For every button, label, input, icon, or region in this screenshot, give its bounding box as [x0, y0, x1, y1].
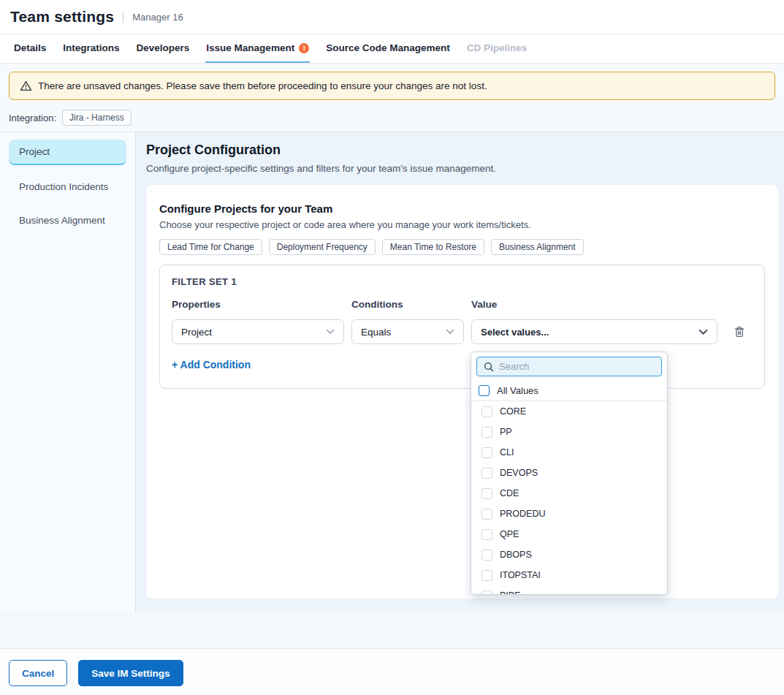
page-header: Team settings Manager 16: [0, 0, 784, 34]
option-pipe[interactable]: PIPE: [471, 585, 667, 595]
content-spacer: [0, 612, 784, 648]
add-condition-button[interactable]: + Add Condition: [172, 359, 251, 371]
search-icon: [484, 362, 494, 372]
tab-integrations[interactable]: Integrations: [62, 34, 120, 63]
chip-deployment-frequency[interactable]: Deployment Frequency: [269, 239, 376, 255]
conditions-column-label: Conditions: [351, 299, 464, 310]
save-im-settings-button[interactable]: Save IM Settings: [78, 660, 183, 686]
warning-triangle-icon: [20, 80, 32, 91]
chip-mean-time-to-restore[interactable]: Mean Time to Restore: [382, 239, 484, 255]
value-select-cell: Select values...: [471, 319, 718, 344]
checkbox[interactable]: [482, 406, 492, 417]
page-footer: Cancel Save IM Settings: [0, 648, 784, 695]
tab-details[interactable]: Details: [13, 34, 47, 63]
project-configuration-panel: Project Configuration Configure project-…: [136, 132, 784, 612]
settings-tab-bar: Details Integrations Developers Issue Ma…: [0, 34, 784, 64]
panel-header: Project Configuration Configure project-…: [136, 132, 784, 174]
team-settings-page: Team settings Manager 16 Details Integra…: [0, 0, 784, 695]
panel-title: Project Configuration: [146, 143, 774, 158]
value-dropdown-panel: All Values CORE PP CLI DEVOPS CDE: [471, 352, 668, 595]
filter-grid: Properties Conditions Value Project Equa…: [172, 299, 753, 344]
option-qpe[interactable]: QPE: [471, 524, 667, 544]
page-context-label: Manager 16: [123, 12, 183, 23]
checkbox[interactable]: [482, 447, 492, 458]
integration-chip[interactable]: Jira - Harness: [62, 110, 132, 126]
unsaved-changes-banner: There are unsaved changes. Please save t…: [9, 72, 775, 100]
banner-text: There are unsaved changes. Please save t…: [38, 80, 487, 91]
option-prodedu[interactable]: PRODEDU: [471, 504, 667, 524]
metric-chips-row: Lead Time for Change Deployment Frequenc…: [159, 239, 765, 255]
filter-set-title: FILTER SET 1: [172, 276, 753, 287]
integration-label: Integration:: [9, 113, 56, 124]
option-all-values[interactable]: All Values: [471, 380, 667, 400]
integration-row: Integration: Jira - Harness: [9, 110, 775, 126]
checkbox[interactable]: [482, 550, 492, 561]
dropdown-options-list: CORE PP CLI DEVOPS CDE PRODEDU QPE DBOPS: [471, 401, 667, 595]
checkbox[interactable]: [482, 570, 492, 581]
checkbox[interactable]: [482, 488, 492, 499]
property-select[interactable]: Project: [172, 319, 344, 344]
page-title: Team settings: [10, 8, 114, 26]
tab-content: There are unsaved changes. Please save t…: [0, 64, 784, 695]
checkbox[interactable]: [482, 427, 492, 438]
settings-body: Project Production Incidents Business Al…: [0, 132, 784, 612]
option-devops[interactable]: DEVOPS: [471, 463, 667, 483]
condition-select[interactable]: Equals: [351, 319, 464, 344]
im-sidebar: Project Production Incidents Business Al…: [0, 132, 136, 612]
dropdown-search-field[interactable]: [476, 357, 662, 376]
value-select[interactable]: Select values...: [471, 319, 718, 344]
chevron-down-icon: [326, 329, 335, 335]
tab-developers[interactable]: Developers: [136, 34, 191, 63]
properties-column-label: Properties: [172, 299, 344, 310]
tab-source-code-management[interactable]: Source Code Management: [325, 34, 451, 63]
all-values-checkbox[interactable]: [479, 385, 490, 396]
chip-business-alignment[interactable]: Business Alignment: [491, 239, 584, 255]
card-title: Configure Projects for your Team: [159, 202, 765, 215]
option-pp[interactable]: PP: [471, 422, 667, 442]
unsaved-alert-badge-icon: !: [299, 43, 309, 53]
filter-set-1: FILTER SET 1 Properties Conditions Value…: [159, 265, 765, 389]
delete-condition-button[interactable]: [725, 325, 754, 338]
checkbox[interactable]: [482, 590, 492, 596]
cancel-button[interactable]: Cancel: [9, 660, 67, 686]
trash-icon: [734, 325, 745, 338]
option-itopstai[interactable]: ITOPSTAI: [471, 565, 667, 585]
search-input[interactable]: [499, 361, 655, 372]
option-cde[interactable]: CDE: [471, 483, 667, 504]
configure-projects-card: Configure Projects for your Team Choose …: [146, 185, 778, 599]
value-column-label: Value: [471, 299, 718, 310]
card-subtitle: Choose your respective project or code a…: [159, 219, 765, 230]
checkbox[interactable]: [482, 529, 492, 540]
checkbox[interactable]: [482, 468, 492, 479]
dropdown-search-area: [471, 352, 667, 380]
sidebar-item-business-alignment[interactable]: Business Alignment: [9, 208, 126, 232]
sidebar-item-project[interactable]: Project: [9, 140, 126, 165]
option-core[interactable]: CORE: [471, 401, 667, 422]
tab-issue-management[interactable]: Issue Management !: [205, 34, 310, 63]
panel-subtitle: Configure project-specific settings and …: [146, 163, 774, 174]
option-dbops[interactable]: DBOPS: [471, 544, 667, 565]
chevron-down-icon: [446, 329, 454, 335]
chevron-down-icon: [699, 329, 708, 335]
sidebar-item-production-incidents[interactable]: Production Incidents: [9, 175, 126, 199]
chip-lead-time-for-change[interactable]: Lead Time for Change: [159, 239, 262, 255]
checkbox[interactable]: [482, 509, 492, 520]
tab-cd-pipelines: CD Pipelines: [466, 34, 528, 63]
option-cli[interactable]: CLI: [471, 442, 667, 463]
